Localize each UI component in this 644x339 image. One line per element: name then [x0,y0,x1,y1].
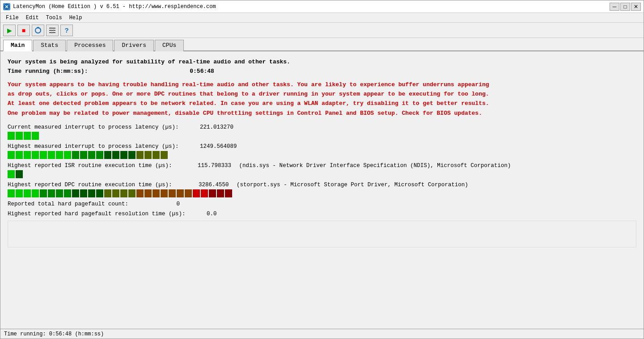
svg-rect-4 [49,30,55,31]
title-bar-left: LatencyMon (Home Edition ) v 6.51 - http… [3,3,216,10]
bar-seg [96,151,103,159]
bar-seg [8,189,15,197]
refresh-button[interactable] [32,25,44,36]
pagefault-time-value: 0.0 [207,211,217,217]
bar-seg [32,132,39,140]
options-button[interactable] [46,25,59,36]
bar-seg [16,189,23,197]
metric4-value: 3286.4550 [199,182,229,188]
tab-cpus[interactable]: CPUs [155,40,184,51]
window-title: LatencyMon (Home Edition ) v 6.51 - http… [13,4,216,10]
bar-seg [24,151,31,159]
bar-seg [96,189,103,197]
bar-seg [169,189,176,197]
restore-button[interactable]: □ [620,3,630,11]
bar-seg [8,151,15,159]
bar-seg [24,132,31,140]
tab-processes[interactable]: Processes [67,40,113,51]
pagefault-value: 0 [177,201,180,207]
bar-seg [177,189,184,197]
svg-point-2 [37,27,39,29]
bar-seg [120,189,127,197]
bar-seg [80,189,87,197]
bar-seg [161,151,168,159]
bar-seg [32,151,39,159]
bar-seg [144,189,152,197]
bar-seg [136,189,144,197]
tab-stats[interactable]: Stats [33,40,66,51]
time-value: 0:56:48 [190,68,214,75]
bar-seg [16,170,23,178]
metric3-label: Highest reported ISR routine execution t… [8,163,172,169]
svg-rect-8 [51,32,52,33]
pagefault-label: Reported total hard pagefault count: [8,201,128,207]
metric1-bar [8,132,636,140]
stop-button[interactable]: ■ [17,25,30,36]
tab-drivers[interactable]: Drivers [114,40,154,51]
bar-seg [16,132,23,140]
metric1-value: 221.013270 [200,124,233,130]
metric2-label: Highest measured interrupt to process la… [8,143,179,150]
bar-seg [217,189,224,197]
bar-seg [8,132,15,140]
menu-tools[interactable]: Tools [42,14,66,21]
metric4-extra: (storport.sys - Microsoft Storage Port D… [237,182,468,188]
bar-seg [193,189,200,197]
bar-seg [8,170,15,178]
bar-seg [40,189,47,197]
metric-current-latency: Current measured interrupt to process la… [8,124,636,140]
metric3-extra: (ndis.sys - Network Driver Interface Spe… [239,163,511,169]
bar-seg [80,151,87,159]
bar-seg [225,189,232,197]
bar-seg [153,189,160,197]
bar-seg [104,189,111,197]
title-bar: LatencyMon (Home Edition ) v 6.51 - http… [0,0,644,13]
title-bar-controls: ─ □ ✕ [610,3,641,11]
empty-area [8,221,636,247]
status-text: Your system is being analyzed for suitab… [8,58,636,76]
svg-rect-6 [50,27,51,29]
bar-seg [201,189,208,197]
metric-pagefault: Reported total hard pagefault count: 0 [8,201,636,207]
tab-bar: Main Stats Processes Drivers CPUs [0,38,644,51]
metric2-bar [8,151,636,159]
menu-help[interactable]: Help [66,14,86,21]
bar-seg [144,151,152,159]
bar-seg [16,151,23,159]
help-button[interactable]: ? [60,25,73,36]
metric-pagefault-time: Highest reported hard pagefault resoluti… [8,211,636,217]
metric-dpc: Highest reported DPC routine execution t… [8,182,636,197]
play-button[interactable]: ▶ [3,25,16,36]
app-icon [3,3,10,10]
svg-rect-7 [53,29,54,31]
content-area: Your system is being analyzed for suitab… [0,51,644,329]
bar-seg [185,189,192,197]
bar-seg [72,189,79,197]
bar-seg [88,151,95,159]
menu-edit[interactable]: Edit [22,14,42,21]
metric4-label: Highest reported DPC routine execution t… [8,182,172,188]
bar-seg [128,189,136,197]
metric3-bar [8,170,636,178]
bar-seg [161,189,168,197]
time-label: Time running (h:mm:ss): [8,68,88,75]
status-bar-text: Time running: 0:56:48 (h:mm:ss) [4,331,104,337]
pagefault-time-label: Highest reported hard pagefault resoluti… [8,211,186,217]
toolbar: ▶ ■ ? [0,23,644,38]
main-window: LatencyMon (Home Edition ) v 6.51 - http… [0,0,644,339]
main-scroll-area[interactable]: Your system is being analyzed for suitab… [0,51,644,329]
bar-seg [153,151,160,159]
status-line1: Your system is being analyzed for suitab… [8,58,636,67]
bar-seg [32,189,39,197]
bar-seg [136,151,144,159]
metric-isr: Highest reported ISR routine execution t… [8,163,636,178]
bar-seg [48,189,55,197]
metric2-value: 1249.564089 [200,143,237,150]
metric4-bar [8,189,636,197]
status-line2: Time running (h:mm:ss): 0:56:48 [8,67,636,76]
bar-seg [40,151,47,159]
tab-main[interactable]: Main [3,40,32,51]
minimize-button[interactable]: ─ [610,3,619,11]
menu-file[interactable]: File [2,14,22,21]
close-button[interactable]: ✕ [631,3,641,11]
